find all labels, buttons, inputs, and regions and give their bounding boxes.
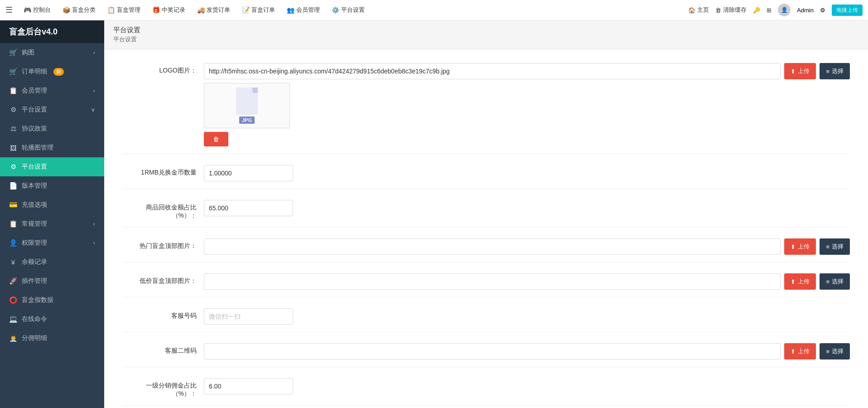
rmb-input[interactable]	[204, 165, 293, 181]
nav-item-dashboard[interactable]: 🎮 控制台	[19, 0, 55, 20]
recycle-input[interactable]	[204, 200, 293, 216]
clear-cache-label: 清除缓存	[723, 6, 747, 14]
sidebar-item-label: 轮播图管理	[22, 144, 53, 152]
avatar: 👤	[778, 4, 791, 16]
jpg-label: JPG	[239, 117, 255, 124]
cheap-box-control-area: ⬆ 上传 ≡ 选择	[204, 273, 850, 290]
service-qr-input[interactable]	[204, 343, 781, 359]
hot-box-input-row: ⬆ 上传 ≡ 选择	[204, 238, 850, 255]
nav-item-category[interactable]: 📦 盲盒分类	[58, 0, 100, 20]
members-icon: 👥	[287, 6, 294, 14]
nav-label-lottery: 中奖记录	[162, 6, 185, 14]
logo-select-button[interactable]: ≡ 选择	[820, 63, 850, 79]
recycle-label: 商品回收金额占比（%）：	[122, 200, 204, 220]
service-code-input[interactable]	[204, 308, 293, 325]
cheap-box-input[interactable]	[204, 273, 781, 290]
nav-label-orders: 盲盒订单	[251, 6, 275, 14]
platform-icon: ⚙️	[332, 6, 339, 14]
sidebar-item-general[interactable]: 📋 常规管理 ‹	[0, 214, 104, 233]
upload-icon-4: ⬆	[791, 348, 796, 355]
upload-icon-2: ⬆	[791, 243, 796, 250]
sidebar-item-permissions[interactable]: 👤 权限管理 ‹	[0, 233, 104, 253]
rmb-row: 1RMB兑换金币数量	[122, 165, 850, 189]
home-icon: 🏠	[688, 7, 695, 14]
sidebar-item-commands[interactable]: 💻 在线命令	[0, 310, 104, 329]
cheap-box-select-button[interactable]: ≡ 选择	[820, 273, 850, 290]
select-label-3: 选择	[832, 277, 844, 286]
sidebar-item-label: 分佣明细	[22, 334, 47, 342]
sidebar-item-label: 权限管理	[22, 239, 47, 247]
select-label-4: 选择	[832, 347, 844, 355]
sidebar-item-platform-set[interactable]: ⚙ 平台设置 ∨	[0, 100, 104, 119]
sidebar-item-order-detail[interactable]: 🛒 订单明细 新	[0, 62, 104, 81]
sidebar-item-shopping[interactable]: 🛒 购图 ‹	[0, 43, 104, 62]
policy-icon: ⚖	[9, 125, 17, 133]
sidebar-item-fake-data[interactable]: ⭕ 盲盒假数据	[0, 291, 104, 310]
nav-item-orders[interactable]: 📝 盲盒订单	[237, 0, 280, 20]
nav-label-manage: 盲盒管理	[117, 6, 140, 14]
fullscreen-btn[interactable]: ⊞	[767, 7, 772, 14]
sidebar-item-installments[interactable]: 👨‍💼 分佣明细	[0, 329, 104, 348]
installments-icon: 👨‍💼	[9, 334, 17, 342]
hot-box-select-button[interactable]: ≡ 选择	[820, 238, 850, 255]
sidebar-item-policy[interactable]: ⚖ 协议政策	[0, 119, 104, 138]
hot-box-control-area: ⬆ 上传 ≡ 选择	[204, 238, 850, 255]
clear-cache-link[interactable]: 🗑 清除缓存	[715, 6, 747, 14]
hot-box-input[interactable]	[204, 238, 781, 255]
sidebar-item-member-manage[interactable]: 📋 会员管理 ‹	[0, 81, 104, 100]
dashboard-icon: 🎮	[24, 6, 31, 14]
service-qr-label: 客服二维码	[122, 343, 204, 355]
logo-url-input[interactable]	[204, 63, 781, 79]
sidebar-item-label: 在线命令	[22, 315, 47, 323]
sidebar-logo: 盲盒后台v4.0	[0, 20, 104, 43]
page-header: 平台设置 平台设置	[104, 20, 868, 49]
sidebar-item-version[interactable]: 📄 版本管理	[0, 176, 104, 195]
logo-input-row: ⬆ 上传 ≡ 选择	[204, 63, 850, 79]
plugins-icon: 🚀	[9, 277, 17, 285]
nav-item-shipping[interactable]: 🚚 发货订单	[193, 0, 235, 20]
select-label-2: 选择	[832, 243, 844, 251]
version-icon: 📄	[9, 182, 17, 190]
sidebar-item-plugins[interactable]: 🚀 插件管理	[0, 272, 104, 291]
sidebar-item-platform-settings[interactable]: ⚙ 平台设置	[0, 157, 104, 176]
select-icon-4: ≡	[826, 348, 829, 355]
new-badge: 新	[53, 68, 64, 76]
trash-icon: 🗑	[715, 7, 721, 14]
commission-input[interactable]	[204, 378, 293, 394]
upload-label: 上传	[798, 67, 810, 75]
sidebar-item-carousel[interactable]: 🖼 轮播图管理	[0, 138, 104, 157]
commission-control-area	[204, 378, 850, 394]
logo-image-preview: JPG	[204, 83, 290, 128]
permissions-icon: 👤	[9, 239, 17, 247]
sidebar-item-balance[interactable]: ¥ 余额记录	[0, 253, 104, 272]
menu-toggle-icon[interactable]: ☰	[5, 5, 13, 15]
upload-label-4: 上传	[798, 347, 810, 355]
chevron-right-icon: ‹	[93, 49, 95, 56]
upload-badge-btn[interactable]: 地接上传	[832, 5, 863, 16]
home-link[interactable]: 🏠 主页	[688, 6, 709, 14]
fake-data-icon: ⭕	[9, 296, 17, 304]
service-code-label: 客服号码	[122, 308, 204, 320]
chevron-icon: ‹	[93, 87, 95, 94]
sidebar-item-label: 购图	[22, 49, 34, 57]
order-icon: 🛒	[9, 68, 17, 76]
sidebar-item-recharge[interactable]: 💳 充值选项	[0, 195, 104, 214]
main-content: 平台设置 平台设置 LOGO图片： ⬆ 上传 ≡ 选择	[104, 20, 868, 408]
select-label: 选择	[832, 67, 844, 75]
nav-item-members[interactable]: 👥 会员管理	[282, 0, 324, 20]
settings-gear-icon[interactable]: ⚙	[820, 7, 825, 14]
service-qr-upload-button[interactable]: ⬆ 上传	[784, 343, 816, 359]
key-icon-btn[interactable]: 🔑	[753, 7, 760, 14]
general-icon: 📋	[9, 220, 17, 228]
nav-item-lottery[interactable]: 🎁 中奖记录	[148, 0, 190, 20]
nav-item-platform[interactable]: ⚙️ 平台设置	[327, 0, 369, 20]
logo-upload-button[interactable]: ⬆ 上传	[784, 63, 816, 79]
hot-box-upload-button[interactable]: ⬆ 上传	[784, 238, 816, 255]
rmb-label: 1RMB兑换金币数量	[122, 165, 204, 177]
cheap-box-upload-button[interactable]: ⬆ 上传	[784, 273, 816, 290]
logo-delete-button[interactable]: 🗑	[204, 132, 228, 146]
recharge-icon: 💳	[9, 201, 17, 209]
nav-item-manage[interactable]: 📋 盲盒管理	[103, 0, 145, 20]
nav-label-members: 会员管理	[296, 6, 320, 14]
service-qr-select-button[interactable]: ≡ 选择	[820, 343, 850, 359]
